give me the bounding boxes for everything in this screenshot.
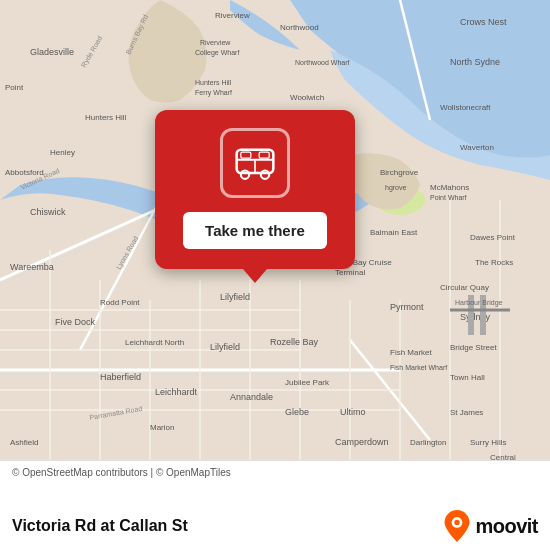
svg-text:Hunters Hill: Hunters Hill <box>195 79 232 86</box>
svg-text:Circular Quay: Circular Quay <box>440 283 489 292</box>
svg-text:Pyrmont: Pyrmont <box>390 302 424 312</box>
svg-rect-93 <box>241 152 251 158</box>
svg-text:College Wharf: College Wharf <box>195 49 239 57</box>
bottom-bar: © OpenStreetMap contributors | © OpenMap… <box>0 460 550 550</box>
take-me-there-button[interactable]: Take me there <box>183 212 327 249</box>
svg-text:Birchgrove: Birchgrove <box>380 168 419 177</box>
svg-text:Leichhardt: Leichhardt <box>155 387 198 397</box>
svg-text:Riverview: Riverview <box>215 11 250 20</box>
svg-text:Hunters Hill: Hunters Hill <box>85 113 127 122</box>
location-popup: Take me there <box>155 110 355 269</box>
svg-text:Henley: Henley <box>50 148 75 157</box>
svg-text:Fish Market Wharf: Fish Market Wharf <box>390 364 447 371</box>
moovit-pin-icon <box>443 510 471 542</box>
svg-text:McMahons: McMahons <box>430 183 469 192</box>
svg-text:Haberfield: Haberfield <box>100 372 141 382</box>
svg-text:North Sydne: North Sydne <box>450 57 500 67</box>
svg-text:Harbour Bridge: Harbour Bridge <box>455 299 503 307</box>
map-view: Gladesville Point Hunters Hill Henley Ab… <box>0 0 550 460</box>
svg-text:The Rocks: The Rocks <box>475 258 513 267</box>
svg-text:Terminal: Terminal <box>335 268 365 277</box>
svg-text:Rodd Point: Rodd Point <box>100 298 140 307</box>
svg-text:Glebe: Glebe <box>285 407 309 417</box>
svg-text:Point Wharf: Point Wharf <box>430 194 467 201</box>
svg-text:Rozelle Bay: Rozelle Bay <box>270 337 319 347</box>
svg-text:Waverton: Waverton <box>460 143 494 152</box>
bus-icon-wrapper <box>220 128 290 198</box>
svg-text:Ferry Wharf: Ferry Wharf <box>195 89 232 97</box>
svg-text:Annandale: Annandale <box>230 392 273 402</box>
svg-point-96 <box>455 520 460 525</box>
svg-text:Central: Central <box>490 453 516 460</box>
bottom-info: Victoria Rd at Callan St moovit <box>12 510 538 542</box>
location-name: Victoria Rd at Callan St <box>12 517 188 535</box>
svg-text:Fish Market: Fish Market <box>390 348 433 357</box>
svg-text:Dawes Point: Dawes Point <box>470 233 516 242</box>
svg-text:Northwood: Northwood <box>280 23 319 32</box>
svg-text:Lilyfield: Lilyfield <box>210 342 240 352</box>
svg-text:Crows Nest: Crows Nest <box>460 17 507 27</box>
svg-text:Gladesville: Gladesville <box>30 47 74 57</box>
svg-text:Darlington: Darlington <box>410 438 446 447</box>
svg-text:Jubilee Park: Jubilee Park <box>285 378 330 387</box>
svg-text:Lilyfield: Lilyfield <box>220 292 250 302</box>
svg-text:Camperdown: Camperdown <box>335 437 389 447</box>
moovit-logo: moovit <box>443 510 538 542</box>
svg-text:Marion: Marion <box>150 423 174 432</box>
svg-text:Five Dock: Five Dock <box>55 317 96 327</box>
svg-rect-94 <box>259 152 269 158</box>
svg-text:Bridge Street: Bridge Street <box>450 343 497 352</box>
bus-icon <box>230 138 280 188</box>
svg-text:Town Hall: Town Hall <box>450 373 485 382</box>
moovit-brand-text: moovit <box>475 515 538 538</box>
svg-text:Woolwich: Woolwich <box>290 93 324 102</box>
svg-text:Surry Hills: Surry Hills <box>470 438 506 447</box>
svg-text:Balmain East: Balmain East <box>370 228 418 237</box>
svg-text:Ultimo: Ultimo <box>340 407 366 417</box>
svg-text:Ashfield: Ashfield <box>10 438 38 447</box>
svg-text:Wareemba: Wareemba <box>10 262 54 272</box>
svg-text:Point: Point <box>5 83 24 92</box>
svg-text:Riverview: Riverview <box>200 39 231 46</box>
svg-text:Chiswick: Chiswick <box>30 207 66 217</box>
svg-text:hgrove: hgrove <box>385 184 407 192</box>
svg-text:St James: St James <box>450 408 483 417</box>
svg-text:Wollstonecraft: Wollstonecraft <box>440 103 491 112</box>
svg-text:Leichhardt North: Leichhardt North <box>125 338 184 347</box>
svg-text:Northwood Wharf: Northwood Wharf <box>295 59 350 66</box>
attribution-text: © OpenStreetMap contributors | © OpenMap… <box>12 467 538 478</box>
